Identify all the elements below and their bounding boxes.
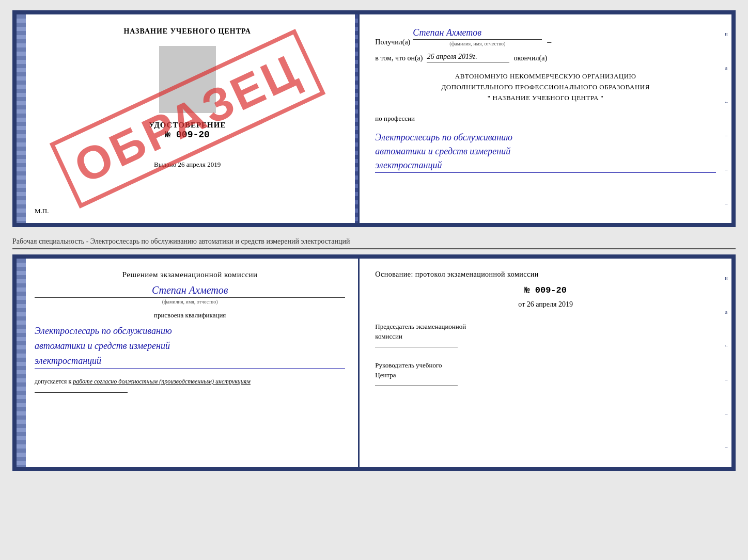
chairman-line2: комиссии (375, 331, 716, 342)
qual-line1: Электрослесарь по обслуживанию (35, 324, 345, 339)
profession-line1: Электрослесарь по обслуживанию (375, 131, 716, 145)
org-line1: АВТОНОМНУЮ НЕКОММЕРЧЕСКУЮ ОРГАНИЗАЦИЮ (375, 71, 716, 82)
qualification-label: присвоена квалификация (35, 311, 345, 319)
dash-top: – (547, 37, 551, 46)
org-line2: ДОПОЛНИТЕЛЬНОГО ПРОФЕССИОНАЛЬНОГО ОБРАЗО… (375, 82, 716, 93)
caption-section: Рабочая специальность - Электрослесарь п… (12, 232, 736, 249)
allowed-value: работе согласно должностным (производств… (73, 378, 251, 385)
fio-sublabel-top: (фамилия, имя, отчество) (413, 41, 542, 46)
finished-label: окончил(а) (513, 54, 547, 62)
top-left-panel: НАЗВАНИЕ УЧЕБНОГО ЦЕНТРА УДОСТОВЕРЕНИЕ №… (17, 14, 360, 223)
bottom-right-panel: Основание: протокол экзаменационной коми… (360, 259, 731, 467)
cert-number-top: № 009-20 (165, 130, 209, 140)
chairman-sign-line (375, 347, 458, 347)
commission-title: Решением экзаменационной комиссии (35, 269, 345, 281)
photo-placeholder (159, 46, 216, 113)
document-wrapper: НАЗВАНИЕ УЧЕБНОГО ЦЕНТРА УДОСТОВЕРЕНИЕ №… (12, 10, 736, 471)
issued-label: Выдано (154, 161, 176, 168)
bottom-document: Решением экзаменационной комиссии Степан… (12, 254, 736, 471)
in-that-label: в том, что он(а) (375, 54, 423, 62)
recipient-name: Степан Ахметов (413, 27, 542, 40)
side-decorations-top: иа←––– (721, 14, 731, 223)
side-decorations-bottom: иа←––– (721, 259, 731, 467)
bottom-left-panel: Решением экзаменационной комиссии Степан… (17, 259, 360, 467)
mp-label: М.П. (35, 207, 49, 215)
protocol-number: № 009-20 (375, 285, 716, 295)
bottom-sign-line (35, 392, 128, 393)
director-label: Руководитель учебного Центра (375, 360, 716, 380)
org-text: АВТОНОМНУЮ НЕКОММЕРЧЕСКУЮ ОРГАНИЗАЦИЮ ДО… (375, 71, 716, 103)
chairman-line1: Председатель экзаменационной (375, 322, 716, 332)
director-line2: Центра (375, 370, 716, 380)
profession-line3: электростанций (375, 158, 716, 172)
allowed-line: допускается к работе согласно должностны… (35, 378, 345, 386)
qual-line3: электростанций (35, 354, 345, 369)
protocol-date-line: от 26 апреля 2019 (375, 300, 716, 309)
qual-line2: автоматики и средств измерений (35, 339, 345, 354)
top-right-panel: Получил(а) Степан Ахметов (фамилия, имя,… (360, 14, 731, 223)
director-sign-line (375, 386, 458, 386)
allowed-prefix: допускается к (35, 378, 71, 385)
director-line1: Руководитель учебного (375, 360, 716, 371)
date-value-top: 26 апреля 2019г. (427, 53, 509, 62)
recipient-line: Получил(а) Степан Ахметов (фамилия, имя,… (375, 27, 716, 46)
profession-value-top: Электрослесарь по обслуживанию автоматик… (375, 131, 716, 173)
caption-text: Рабочая специальность - Электрослесарь п… (12, 237, 350, 245)
protocol-date-prefix: от (518, 300, 525, 308)
basis-text: Основание: протокол экзаменационной коми… (375, 269, 716, 280)
training-center-title-top: НАЗВАНИЕ УЧЕБНОГО ЦЕНТРА (123, 27, 251, 36)
issued-date-line: Выдано 26 апреля 2019 (154, 161, 221, 169)
person-name-bottom: Степан Ахметов (35, 284, 345, 298)
top-document: НАЗВАНИЕ УЧЕБНОГО ЦЕНТРА УДОСТОВЕРЕНИЕ №… (12, 10, 736, 227)
org-line3: " НАЗВАНИЕ УЧЕБНОГО ЦЕНТРА " (375, 93, 716, 104)
received-label: Получил(а) (375, 38, 410, 46)
certificate-label: УДОСТОВЕРЕНИЕ (149, 121, 226, 130)
profession-line2: автоматики и средств измерений (375, 145, 716, 158)
qualification-value: Электрослесарь по обслуживанию автоматик… (35, 324, 345, 369)
director-section: Руководитель учебного Центра (375, 360, 716, 386)
chairman-section: Председатель экзаменационной комиссии (375, 322, 716, 347)
issued-date-value: 26 апреля 2019 (178, 161, 221, 168)
protocol-date-value: 26 апреля 2019 (527, 300, 573, 308)
date-line: в том, что он(а) 26 апреля 2019г. окончи… (375, 53, 716, 62)
chairman-label: Председатель экзаменационной комиссии (375, 322, 716, 342)
fio-sublabel-bottom: (фамилия, имя, отчество) (35, 299, 345, 305)
profession-label-top: по профессии (375, 115, 716, 123)
